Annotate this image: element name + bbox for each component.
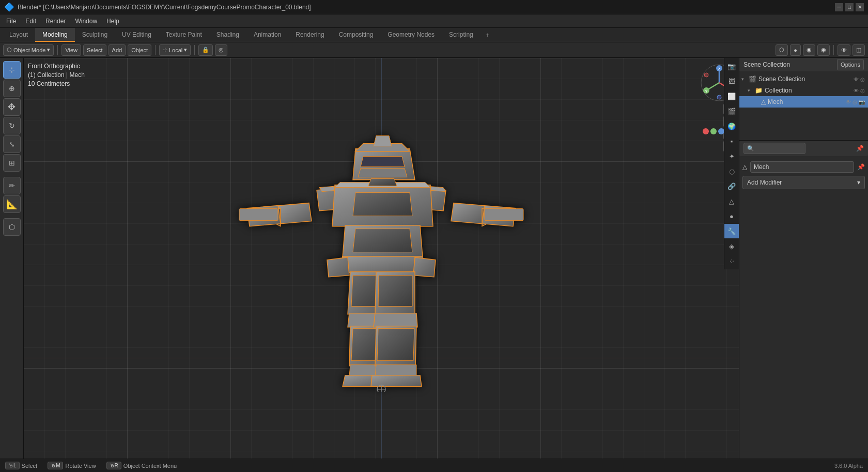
- svg-marker-21: [368, 178, 397, 186]
- tab-shading[interactable]: Shading: [209, 28, 246, 42]
- object-menu-button[interactable]: Object: [128, 44, 151, 56]
- mech-visibility-icon[interactable]: 👁: [846, 99, 851, 105]
- overlay-button[interactable]: 👁: [838, 44, 850, 56]
- data-props-button[interactable]: △: [724, 194, 739, 208]
- selectable-icon[interactable]: ◎: [860, 77, 865, 82]
- minimize-button[interactable]: ─: [835, 3, 843, 11]
- menu-render[interactable]: Render: [41, 17, 70, 26]
- outliner-options-button[interactable]: Options: [837, 59, 864, 70]
- svg-marker-25: [327, 257, 349, 277]
- properties-search-input[interactable]: [743, 143, 805, 154]
- tab-modeling[interactable]: Modeling: [35, 28, 75, 42]
- select-label: Select: [22, 463, 38, 469]
- tab-compositing[interactable]: Compositing: [332, 28, 381, 42]
- add-workspace-button[interactable]: +: [481, 28, 494, 42]
- separator-4: [833, 45, 834, 55]
- status-bar: 🖱L Select 🖱M Rotate View 🖱R Object Conte…: [0, 459, 868, 472]
- workspace-tabs: Layout Modeling Sculpting UV Editing Tex…: [0, 28, 868, 42]
- tab-rendering[interactable]: Rendering: [288, 28, 331, 42]
- maximize-button[interactable]: □: [845, 3, 854, 11]
- viewport[interactable]: Front Orthographic (1) Collection | Mech…: [24, 58, 739, 459]
- modifier-props-button[interactable]: 🔧: [724, 224, 739, 238]
- coll-selectable-icon[interactable]: ◎: [860, 88, 865, 94]
- tool-cursor[interactable]: ⊕: [3, 80, 21, 97]
- view-menu-button[interactable]: View: [61, 44, 81, 56]
- interaction-mode-selector[interactable]: ⬡ Object Mode ▾: [3, 44, 54, 56]
- tab-animation[interactable]: Animation: [246, 28, 288, 42]
- pin-icon[interactable]: 📌: [856, 145, 864, 152]
- tab-sculpting[interactable]: Sculpting: [75, 28, 115, 42]
- properties-content: △ 📌 Add Modifier ▾: [739, 158, 868, 459]
- add-modifier-label: Add Modifier: [747, 179, 782, 186]
- world-props-button[interactable]: 🌍: [724, 119, 739, 133]
- svg-marker-19: [374, 135, 392, 146]
- tree-item-mech[interactable]: △ Mech 👁 ◎ 📷: [739, 96, 868, 108]
- viewport-shading-solid[interactable]: ●: [790, 44, 801, 56]
- select-menu-button[interactable]: Select: [83, 44, 106, 56]
- scene-props-button[interactable]: 🎬: [724, 104, 739, 118]
- tool-select[interactable]: ⊹: [3, 61, 21, 79]
- add-modifier-dropdown-icon: ▾: [857, 179, 860, 186]
- menu-window[interactable]: Window: [71, 17, 101, 26]
- snap-toggle[interactable]: 🔒: [198, 44, 213, 56]
- object-name-field[interactable]: [750, 161, 854, 173]
- close-button[interactable]: ✕: [856, 3, 864, 11]
- axis-color-indicator: [703, 128, 724, 134]
- add-menu-button[interactable]: Add: [109, 44, 126, 56]
- tool-rotate[interactable]: ↻: [3, 117, 21, 134]
- svg-text:Y: Y: [705, 89, 708, 93]
- constraints-props-button[interactable]: 🔗: [724, 179, 739, 193]
- transform-pivot-button[interactable]: ⊹ Local ▾: [159, 44, 191, 56]
- tree-arrow-scene: ▾: [741, 77, 747, 82]
- outliner-header: Scene Collection Options: [739, 58, 868, 71]
- visibility-icon[interactable]: 👁: [854, 77, 859, 82]
- object-pin-icon[interactable]: 📌: [857, 163, 865, 171]
- tool-move[interactable]: ✥: [3, 98, 21, 116]
- viewport-shading-render[interactable]: ◉: [817, 44, 830, 56]
- material-props-button[interactable]: ●: [724, 209, 739, 223]
- tool-measure[interactable]: 📐: [3, 195, 21, 213]
- main-layout: ⊹ ⊕ ✥ ↻ ⤡ ⊞ ✏ 📐 ⬡ Front Orthographic (1)…: [0, 58, 868, 459]
- mech-3d-object[interactable]: [237, 112, 526, 393]
- view-layer-props-button[interactable]: ⬜: [724, 89, 739, 103]
- properties-panel: 📌 △ 📌 Add Modifier ▾: [739, 141, 868, 459]
- output-props-button[interactable]: 🖼: [724, 74, 739, 88]
- object-type-icon: △: [742, 163, 747, 171]
- particles2-props-button[interactable]: ⁘: [724, 254, 739, 268]
- viewport-shading-wire[interactable]: ⬡: [776, 44, 788, 56]
- mech-label: Mech: [768, 98, 844, 105]
- viewport-shading-material[interactable]: ◉: [803, 44, 815, 56]
- tab-scripting[interactable]: Scripting: [442, 28, 481, 42]
- menu-edit[interactable]: Edit: [21, 17, 40, 26]
- tree-item-collection[interactable]: ▾ 📁 Collection 👁 ◎: [739, 85, 868, 96]
- menu-file[interactable]: File: [2, 17, 20, 26]
- tab-layout[interactable]: Layout: [2, 28, 35, 42]
- tree-item-scene-collection[interactable]: ▾ 🎬 Scene Collection 👁 ◎: [739, 73, 868, 85]
- xray-button[interactable]: ◫: [853, 44, 865, 56]
- mech-render-icon[interactable]: 📷: [859, 99, 865, 105]
- tab-texture-paint[interactable]: Texture Paint: [159, 28, 209, 42]
- svg-rect-8: [485, 208, 523, 220]
- tool-transform[interactable]: ⊞: [3, 154, 21, 172]
- tool-annotate[interactable]: ✏: [3, 177, 21, 194]
- x-axis-dot: [703, 128, 709, 134]
- outliner-panel: Scene Collection Options ▾ 🎬 Scene Colle…: [739, 58, 868, 141]
- rotate-label: Rotate View: [65, 463, 96, 469]
- properties-header: 📌: [739, 141, 868, 156]
- svg-marker-38: [377, 328, 414, 360]
- menu-help[interactable]: Help: [102, 17, 123, 26]
- coll-visibility-icon[interactable]: 👁: [854, 88, 859, 94]
- particles-props-button[interactable]: ✦: [724, 149, 739, 163]
- physics-props-button[interactable]: ◌: [724, 164, 739, 178]
- context-menu-label: Object Context Menu: [123, 463, 177, 469]
- object-props-button[interactable]: ▪: [724, 134, 739, 148]
- tab-uv-editing[interactable]: UV Editing: [115, 28, 159, 42]
- shader-fx-props-button[interactable]: ◈: [724, 239, 739, 253]
- mech-selectable-icon[interactable]: ◎: [853, 99, 857, 105]
- tool-scale[interactable]: ⤡: [3, 135, 21, 153]
- proportional-edit[interactable]: ◎: [215, 44, 227, 56]
- tab-geometry-nodes[interactable]: Geometry Nodes: [380, 28, 442, 42]
- render-props-button[interactable]: 📷: [724, 59, 739, 73]
- add-modifier-button[interactable]: Add Modifier ▾: [742, 176, 865, 189]
- tool-add-primitive[interactable]: ⬡: [3, 218, 21, 236]
